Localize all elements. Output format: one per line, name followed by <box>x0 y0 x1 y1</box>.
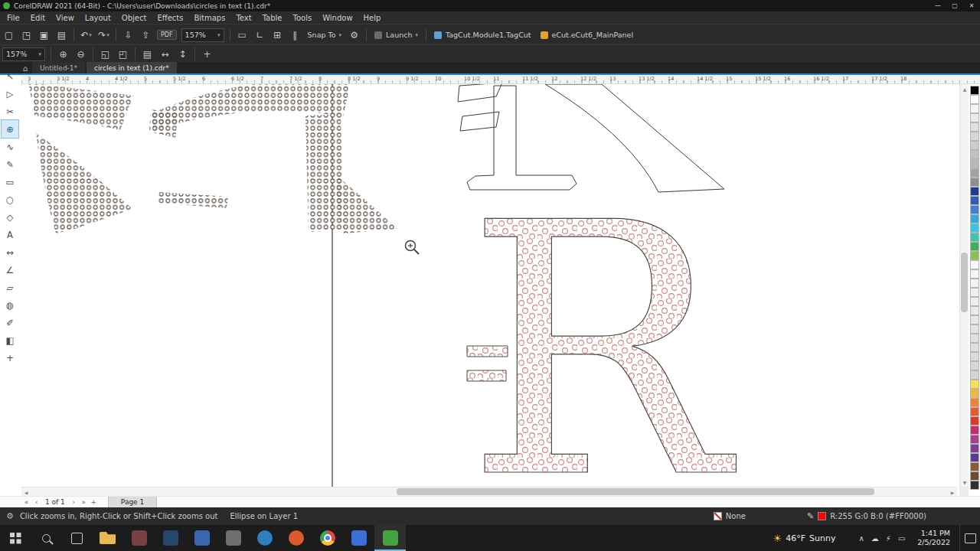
taskbar-weather[interactable]: ☀ 46°F Sunny <box>773 533 836 544</box>
color-swatch[interactable] <box>970 481 979 490</box>
page-tab[interactable]: Page 1 <box>108 497 157 508</box>
scroll-up-icon[interactable]: ▲ <box>960 84 969 93</box>
color-swatch[interactable] <box>970 425 979 435</box>
color-swatch[interactable] <box>970 187 979 196</box>
color-swatch[interactable] <box>970 113 979 122</box>
import-button[interactable]: ⇩ <box>119 27 137 43</box>
color-swatch[interactable] <box>970 233 979 242</box>
tray-power-icon[interactable]: ⚡ <box>886 534 891 543</box>
outline-crossbar-upper[interactable] <box>458 84 502 102</box>
open-button[interactable]: ◳ <box>18 27 35 43</box>
color-swatch[interactable] <box>970 407 979 416</box>
minimize-button[interactable]: — <box>929 0 946 11</box>
zoom-to-page-button[interactable]: ▤ <box>139 46 156 62</box>
zoom-out-button[interactable]: ⊖ <box>72 46 90 62</box>
horizontal-ruler[interactable]: 33 1/244 1/255 1/266 1/277 1/288 1/299 1… <box>21 75 980 84</box>
save-button[interactable]: ▣ <box>35 27 53 43</box>
menu-tools[interactable]: Tools <box>288 14 318 22</box>
zoom-levels-combo[interactable]: 157%▾ <box>2 47 45 61</box>
status-gear-icon[interactable]: ⚙ <box>6 511 14 521</box>
vertical-scroll-thumb[interactable] <box>961 253 968 312</box>
prev-page-button[interactable]: ‹ <box>31 497 41 507</box>
color-swatch[interactable] <box>970 297 979 306</box>
first-page-button[interactable]: « <box>21 497 31 507</box>
artistic-media-tool[interactable]: ✎ <box>2 155 18 173</box>
zoom-to-page-height-button[interactable]: ↕ <box>174 46 191 62</box>
ellipse-tool[interactable]: ○ <box>2 191 18 208</box>
color-swatch[interactable] <box>970 260 979 269</box>
start-button[interactable] <box>0 525 31 551</box>
text-tool[interactable]: A <box>2 226 18 243</box>
customize-toolbar-button[interactable]: + <box>198 46 216 62</box>
zoom-in-button[interactable]: ⊕ <box>54 46 72 62</box>
dotted-shape-flag-bottom[interactable] <box>36 133 132 233</box>
tray-cloud-icon[interactable]: ☁ <box>871 534 879 543</box>
interactive-fill-tool[interactable]: ◧ <box>2 331 18 349</box>
close-button[interactable]: ✕ <box>963 0 980 11</box>
crop-tool[interactable]: ✂ <box>2 103 18 120</box>
color-swatch[interactable] <box>970 453 979 462</box>
last-page-button[interactable]: » <box>79 497 89 507</box>
color-swatch[interactable] <box>970 150 979 159</box>
new-document-button[interactable]: ▢ <box>0 27 18 43</box>
color-swatch[interactable] <box>970 324 979 334</box>
color-swatch[interactable] <box>970 141 979 150</box>
taskbar-app-icon-7[interactable] <box>280 525 312 551</box>
menu-layout[interactable]: Layout <box>80 14 116 22</box>
scroll-down-icon[interactable]: ▼ <box>960 478 969 487</box>
zoom-tool[interactable]: ⊕ <box>2 120 18 138</box>
color-swatch[interactable] <box>970 389 979 398</box>
tray-battery-icon[interactable]: ▭ <box>898 534 905 543</box>
taskbar-coreldraw[interactable] <box>374 525 406 551</box>
drop-shadow-tool[interactable]: ▱ <box>2 279 18 296</box>
ecut-panel-button[interactable]: eCut.eCut6_MainPanel <box>536 31 639 39</box>
add-page-button[interactable]: + <box>89 497 99 507</box>
outline-crossbar-lower[interactable] <box>460 112 499 131</box>
polygon-tool[interactable]: ◇ <box>2 208 18 226</box>
menu-text[interactable]: Text <box>230 14 256 22</box>
vertical-scrollbar[interactable]: ▲ ▼ <box>959 84 969 487</box>
next-page-button[interactable]: › <box>69 497 79 507</box>
menu-table[interactable]: Table <box>257 14 288 22</box>
color-swatch[interactable] <box>970 352 979 361</box>
dotted-shape-accent[interactable] <box>149 109 178 138</box>
full-screen-preview-button[interactable]: ▭ <box>234 27 251 43</box>
color-swatch[interactable] <box>970 205 979 214</box>
color-swatch[interactable] <box>970 416 979 425</box>
color-swatch[interactable] <box>970 242 979 251</box>
rectangle-tool[interactable]: ▭ <box>2 173 18 191</box>
tagcut-macro-button[interactable]: TagCut.Module1.TagCut <box>430 31 536 39</box>
letter-r-glyph[interactable]: R <box>466 149 737 496</box>
dotted-shape-tail[interactable] <box>337 177 397 233</box>
scroll-left-icon[interactable]: ◀ <box>21 487 31 497</box>
dimension-tool[interactable]: ↔ <box>2 243 18 261</box>
menu-window[interactable]: Window <box>317 14 358 22</box>
color-swatch[interactable] <box>970 86 979 95</box>
color-swatch[interactable] <box>970 214 979 223</box>
color-swatch[interactable] <box>970 444 979 453</box>
tray-expand-icon[interactable]: ∧ <box>859 534 864 543</box>
color-swatch[interactable] <box>970 361 979 370</box>
transparency-tool[interactable]: ◍ <box>2 296 18 314</box>
show-grid-button[interactable]: ⊞ <box>269 27 286 43</box>
color-swatch[interactable] <box>970 132 979 141</box>
color-swatch[interactable] <box>970 343 979 352</box>
color-swatch[interactable] <box>970 251 979 260</box>
taskbar-chrome[interactable] <box>312 525 343 551</box>
dotted-shape-small-band[interactable] <box>158 192 228 208</box>
color-swatch[interactable] <box>970 306 979 315</box>
maximize-button[interactable]: ▢ <box>946 0 963 11</box>
menu-effects[interactable]: Effects <box>152 14 188 22</box>
horizontal-scrollbar[interactable]: ◀ ▶ <box>21 487 957 496</box>
notification-center-button[interactable] <box>959 525 980 551</box>
welcome-home-icon[interactable]: ⌂ <box>18 63 32 73</box>
taskbar-search-button[interactable] <box>31 525 61 551</box>
scroll-right-icon[interactable]: ▶ <box>948 487 957 497</box>
taskbar-app-icon-5[interactable] <box>217 525 249 551</box>
menu-bitmaps[interactable]: Bitmaps <box>188 14 230 22</box>
options-button[interactable]: ⚙ <box>345 27 363 43</box>
snap-to-dropdown[interactable]: Snap To▾ <box>304 31 345 39</box>
drawing-canvas[interactable]: R <box>0 84 980 496</box>
color-swatch[interactable] <box>970 279 979 288</box>
color-swatch[interactable] <box>970 435 979 444</box>
